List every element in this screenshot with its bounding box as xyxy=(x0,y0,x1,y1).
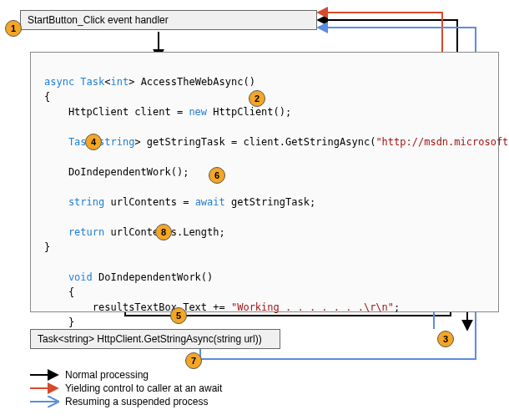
legend-line-resume xyxy=(30,396,60,407)
legend-line-yield xyxy=(30,382,60,394)
code-line-await: string urlContents = await getStringTask… xyxy=(44,196,315,208)
start-handler-label: StartButton_Click event handler xyxy=(28,14,169,26)
code-brace-open: { xyxy=(44,91,50,103)
legend-row-normal: Normal processing xyxy=(30,369,222,381)
badge-7: 7 xyxy=(185,352,202,369)
code-line-sig: async Task<int> AccessTheWebAsync() xyxy=(44,76,255,88)
getstringasync-label: Task<string> HttpClient.GetStringAsync(s… xyxy=(38,333,262,345)
legend: Normal processing Yielding control to ca… xyxy=(30,367,222,409)
legend-row-yield: Yielding control to caller at an await xyxy=(30,382,222,394)
code-block: async Task<int> AccessTheWebAsync() { Ht… xyxy=(30,52,499,312)
code-line-dowork-sig: void DoIndependentWork() xyxy=(44,271,213,283)
badge-6: 6 xyxy=(209,167,225,184)
code-dowork-open: { xyxy=(44,286,74,298)
code-dowork-close: } xyxy=(44,316,74,328)
code-line-dowork-body: resultsTextBox.Text += "Working . . . . … xyxy=(44,301,400,313)
start-handler-box: StartButton_Click event handler xyxy=(20,10,317,30)
code-line-client: HttpClient client = new HttpClient(); xyxy=(44,106,291,118)
code-brace-close: } xyxy=(44,241,50,253)
getstringasync-box: Task<string> HttpClient.GetStringAsync(s… xyxy=(30,329,280,349)
legend-row-resume: Resuming a suspended process xyxy=(30,396,222,407)
code-line-task: Task<string> getStringTask = client.GetS… xyxy=(44,136,509,148)
code-line-dowork: DoIndependentWork(); xyxy=(44,166,189,178)
badge-2: 2 xyxy=(249,90,265,107)
legend-label-yield: Yielding control to caller at an await xyxy=(65,382,222,394)
legend-label-resume: Resuming a suspended process xyxy=(65,396,208,407)
badge-3: 3 xyxy=(437,331,454,347)
badge-5: 5 xyxy=(170,307,187,324)
legend-line-normal xyxy=(30,369,60,381)
badge-4: 4 xyxy=(85,134,102,150)
code-line-return: return urlContents.Length; xyxy=(44,226,225,238)
badge-8: 8 xyxy=(155,224,172,240)
badge-1: 1 xyxy=(5,20,22,37)
legend-label-normal: Normal processing xyxy=(65,369,149,381)
